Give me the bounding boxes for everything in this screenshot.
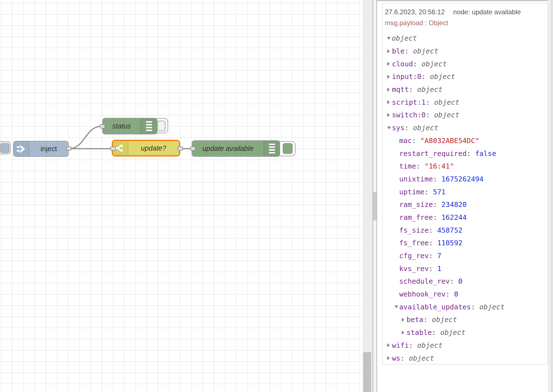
tree-value: "16:41" <box>424 162 454 170</box>
tree-key: input:0 <box>392 73 421 81</box>
tree-value: object <box>413 124 438 132</box>
tree-row[interactable]: fs_free: 110592 <box>383 237 547 249</box>
status-icon-section <box>140 118 157 134</box>
node-inject[interactable]: inject <box>13 141 69 157</box>
tree-key: webhook_rev <box>399 290 446 298</box>
tree-row[interactable]: unixtime: 1675262494 <box>383 173 547 186</box>
tree-colon: : <box>450 277 458 285</box>
tree-key: script:1 <box>392 98 426 106</box>
tree-row[interactable]: ram_free: 162244 <box>383 211 547 224</box>
debug-timestamp: 27.6.2023, 20:56:12 <box>385 8 445 16</box>
tree-colon: : <box>433 175 441 183</box>
tree-toggle-icon[interactable] <box>394 305 399 308</box>
tree-row[interactable]: beta: object <box>383 313 547 326</box>
tree-row[interactable]: switch:0: object <box>383 109 547 122</box>
canvas-vscrollbar-thumb[interactable] <box>363 352 371 392</box>
tree-row[interactable]: restart_required: false <box>383 147 547 160</box>
tree-toggle-icon[interactable] <box>387 75 392 79</box>
node-update-switch[interactable]: update? <box>113 141 179 155</box>
tree-value: 1 <box>437 265 441 273</box>
tree-colon: : <box>405 124 413 132</box>
inject-icon-section <box>14 141 29 156</box>
tree-key: time <box>399 162 416 170</box>
tree-row[interactable]: sys: object <box>383 122 547 134</box>
port-update-out[interactable] <box>178 146 183 151</box>
tree-row[interactable]: stable: object <box>383 326 547 339</box>
tree-row[interactable]: available_updates: object <box>383 300 547 313</box>
tree-key: cfg_rev <box>399 252 429 260</box>
tree-row[interactable]: uptime: 571 <box>383 185 547 198</box>
tree-toggle-icon[interactable] <box>387 100 392 104</box>
tree-value: object <box>432 316 457 324</box>
tree-key: switch:0 <box>392 111 426 119</box>
tree-row[interactable]: webhook_rev: 0 <box>383 288 547 301</box>
tree-colon: : <box>409 341 417 349</box>
tree-colon: : <box>471 303 479 311</box>
tree-value: "A8032ABE54DC" <box>420 137 479 145</box>
node-status[interactable]: status <box>102 118 157 134</box>
tree-row[interactable]: kvs_rev: 1 <box>383 262 547 275</box>
tree-toggle-icon[interactable] <box>387 356 392 360</box>
tree-value: 7 <box>437 252 441 260</box>
tree-row[interactable]: ws: object <box>383 352 547 365</box>
tree-row[interactable]: object <box>383 32 547 45</box>
port-inject-out[interactable] <box>66 146 71 151</box>
tree-toggle-icon[interactable] <box>402 331 406 335</box>
tree-value: 110592 <box>437 239 462 247</box>
tree-colon: : <box>400 354 409 362</box>
node-label: update available <box>192 141 264 156</box>
tree-toggle-icon[interactable] <box>387 49 392 53</box>
tree-row[interactable]: input:0: object <box>383 70 547 83</box>
tree-toggle-icon[interactable] <box>387 88 392 92</box>
sidebar-scrollbar-thumb[interactable] <box>373 192 377 220</box>
status-debug-toggle[interactable] <box>157 121 166 131</box>
tree-row[interactable]: script:1: object <box>383 96 547 109</box>
tree-colon: : <box>429 239 437 247</box>
port-updateavailable-in[interactable] <box>190 146 196 151</box>
tree-value: 162244 <box>442 213 467 221</box>
inject-trigger-button[interactable] <box>0 143 9 153</box>
selection-ring: update? <box>112 140 180 157</box>
tree-toggle-icon[interactable] <box>387 37 392 40</box>
debug-tree: objectble: objectcloud: objectinput:0: o… <box>383 32 547 365</box>
tree-colon: : <box>467 150 475 158</box>
page-scrollbar-track[interactable] <box>548 0 553 392</box>
tree-value: object <box>430 73 455 81</box>
tree-row[interactable]: fs_size: 458752 <box>383 224 547 237</box>
tree-value: 234820 <box>442 200 467 209</box>
tree-toggle-icon[interactable] <box>402 318 406 322</box>
updateavailable-debug-toggle[interactable] <box>283 143 293 154</box>
tree-row[interactable]: cfg_rev: 7 <box>383 249 547 262</box>
switch-fork-icon <box>116 144 125 153</box>
debug-payload-label: msg.payload : Object <box>385 19 448 27</box>
tree-toggle-icon[interactable] <box>387 62 392 66</box>
wire-inject-to-status[interactable] <box>69 126 101 149</box>
tree-colon: : <box>433 200 441 209</box>
tree-value: false <box>475 150 496 158</box>
tree-row[interactable]: cloud: object <box>383 57 547 70</box>
debug-list-icon <box>269 144 275 153</box>
tree-toggle-icon[interactable] <box>387 343 392 347</box>
tree-key: ram_size <box>399 200 433 209</box>
tree-row[interactable]: time: "16:41" <box>383 160 547 173</box>
port-update-in[interactable] <box>110 146 116 151</box>
tree-colon: : <box>413 60 421 68</box>
tree-row[interactable]: wifi: object <box>383 339 547 352</box>
tree-row[interactable]: ram_size: 234820 <box>383 198 547 211</box>
tree-colon: : <box>429 252 437 260</box>
tree-row[interactable]: mac: "A8032ABE54DC" <box>383 134 547 147</box>
port-status-in[interactable] <box>100 124 105 129</box>
tree-key: ws <box>392 354 400 362</box>
tree-value: object <box>421 60 447 68</box>
flow-canvas[interactable]: inject status <box>0 0 363 392</box>
tree-toggle-icon[interactable] <box>387 127 392 129</box>
tree-row[interactable]: ble: object <box>383 45 547 58</box>
node-update-available[interactable]: update available <box>192 140 280 157</box>
tree-value: object <box>479 303 505 311</box>
tree-toggle-icon[interactable] <box>387 113 392 117</box>
tree-row[interactable]: mqtt: object <box>383 83 547 96</box>
tree-colon: : <box>412 137 420 145</box>
tree-value: 458752 <box>437 226 462 234</box>
tree-value: object <box>417 85 442 94</box>
tree-row[interactable]: schedule_rev: 0 <box>383 275 547 288</box>
